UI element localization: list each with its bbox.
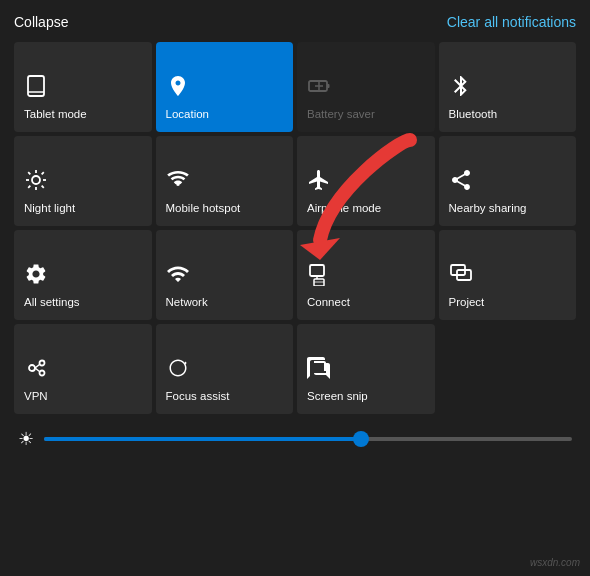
svg-point-21 — [29, 365, 35, 371]
svg-point-23 — [40, 371, 45, 376]
clear-notifications-button[interactable]: Clear all notifications — [447, 14, 576, 30]
svg-line-13 — [42, 172, 44, 174]
tile-location-label: Location — [166, 108, 209, 122]
tile-nearby-sharing-label: Nearby sharing — [449, 202, 527, 216]
tile-battery-saver[interactable]: Battery saver — [297, 42, 435, 132]
brightness-slider-thumb[interactable] — [353, 431, 369, 447]
tile-tablet-mode-label: Tablet mode — [24, 108, 87, 122]
collapse-button[interactable]: Collapse — [14, 14, 68, 30]
tile-project[interactable]: Project — [439, 230, 577, 320]
tile-project-label: Project — [449, 296, 485, 310]
tile-tablet-mode[interactable]: Tablet mode — [14, 42, 152, 132]
network-icon — [166, 262, 190, 290]
project-icon — [449, 262, 473, 290]
svg-rect-15 — [310, 265, 324, 276]
action-center: Collapse Clear all notifications Tablet … — [0, 0, 590, 576]
battery-saver-icon — [307, 74, 331, 102]
tablet-mode-icon — [24, 74, 48, 102]
top-bar: Collapse Clear all notifications — [14, 14, 576, 30]
tile-battery-saver-label: Battery saver — [307, 108, 375, 122]
brightness-control: ☀ — [14, 428, 576, 450]
tile-network-label: Network — [166, 296, 208, 310]
empty-cell — [439, 324, 577, 414]
location-icon — [166, 74, 190, 102]
tile-focus-assist-label: Focus assist — [166, 390, 230, 404]
tile-bluetooth[interactable]: Bluetooth — [439, 42, 577, 132]
tile-mobile-hotspot-label: Mobile hotspot — [166, 202, 241, 216]
tile-bluetooth-label: Bluetooth — [449, 108, 498, 122]
tile-vpn[interactable]: VPN — [14, 324, 152, 414]
airplane-mode-icon — [307, 168, 331, 196]
brightness-icon: ☀ — [18, 428, 34, 450]
tile-vpn-label: VPN — [24, 390, 48, 404]
screen-snip-icon — [307, 356, 331, 384]
brightness-slider-track[interactable] — [44, 437, 572, 441]
svg-line-25 — [35, 368, 40, 372]
tile-focus-assist[interactable]: Focus assist — [156, 324, 294, 414]
svg-rect-0 — [28, 76, 44, 96]
brightness-slider-fill — [44, 437, 361, 441]
svg-point-6 — [32, 176, 40, 184]
quick-actions-grid: Tablet mode Location Battery saver — [14, 42, 576, 414]
tile-network[interactable]: Network — [156, 230, 294, 320]
all-settings-icon — [24, 262, 48, 290]
tile-connect-label: Connect — [307, 296, 350, 310]
tile-location[interactable]: Location — [156, 42, 294, 132]
tile-all-settings[interactable]: All settings — [14, 230, 152, 320]
tile-nearby-sharing[interactable]: Nearby sharing — [439, 136, 577, 226]
tile-screen-snip[interactable]: Screen snip — [297, 324, 435, 414]
tile-all-settings-label: All settings — [24, 296, 80, 310]
svg-point-22 — [40, 361, 45, 366]
svg-line-24 — [35, 365, 40, 369]
bluetooth-icon — [449, 74, 473, 102]
tile-screen-snip-label: Screen snip — [307, 390, 368, 404]
svg-line-11 — [28, 172, 30, 174]
watermark: wsxdn.com — [530, 557, 580, 568]
svg-line-12 — [42, 186, 44, 188]
connect-icon — [307, 262, 331, 290]
tile-connect[interactable]: Connect — [297, 230, 435, 320]
focus-assist-icon — [166, 356, 190, 384]
mobile-hotspot-icon — [166, 168, 190, 196]
tile-night-light-label: Night light — [24, 202, 75, 216]
tile-mobile-hotspot[interactable]: Mobile hotspot — [156, 136, 294, 226]
tile-night-light[interactable]: Night light — [14, 136, 152, 226]
tile-airplane-mode-label: Airplane mode — [307, 202, 381, 216]
svg-rect-16 — [314, 279, 324, 286]
svg-line-14 — [28, 186, 30, 188]
svg-rect-3 — [327, 84, 330, 88]
night-light-icon — [24, 168, 48, 196]
tile-airplane-mode[interactable]: Airplane mode — [297, 136, 435, 226]
nearby-sharing-icon — [449, 168, 473, 196]
vpn-icon — [24, 356, 48, 384]
